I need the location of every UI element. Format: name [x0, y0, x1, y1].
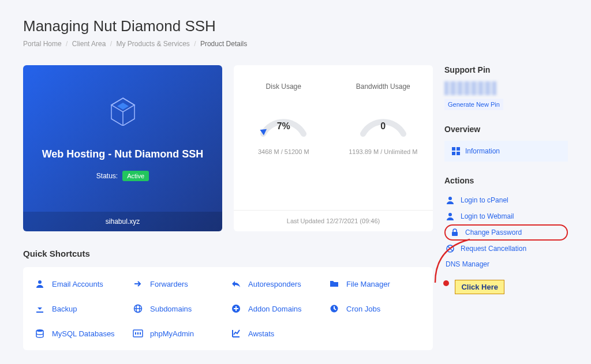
- lock-icon: [450, 228, 459, 237]
- shortcuts-card: Email AccountsForwardersAutorespondersFi…: [23, 267, 433, 350]
- action-login-to-webmail[interactable]: Login to Webmail: [444, 208, 568, 224]
- shortcut-mysql-databases[interactable]: MySQL Databases: [35, 328, 127, 339]
- shortcuts-title: Quick Shortcuts: [23, 249, 433, 258]
- gauge-value: 0: [354, 121, 412, 132]
- gauge-detail: 1193.89 M / Unlimited M: [334, 148, 433, 155]
- annotation-dot: [443, 280, 449, 286]
- action-login-to-cpanel[interactable]: Login to cPanel: [444, 192, 568, 208]
- svg-point-16: [448, 197, 452, 200]
- actions-section: Actions Login to cPanelLogin to WebmailC…: [444, 176, 568, 272]
- breadcrumb-current: Product Details: [200, 40, 247, 48]
- breadcrumb-link[interactable]: Client Area: [72, 40, 106, 48]
- svg-rect-14: [452, 152, 455, 155]
- svg-rect-13: [457, 147, 460, 151]
- gauge-detail: 3468 M / 51200 M: [234, 148, 334, 155]
- download-icon: [35, 303, 45, 314]
- last-updated: Last Updated 12/27/2021 (09:46): [234, 210, 433, 231]
- status-label: Status:: [96, 172, 118, 180]
- shortcut-phpmyadmin[interactable]: phpMyAdmin: [133, 328, 225, 339]
- plus-circle-icon: [231, 303, 241, 314]
- breadcrumb-sep: /: [66, 40, 68, 48]
- shortcut-label: Awstats: [248, 329, 274, 338]
- breadcrumb-sep: /: [194, 40, 196, 48]
- shortcut-backup[interactable]: Backup: [35, 303, 127, 314]
- person-icon: [446, 212, 455, 221]
- arrow-right-icon: [133, 279, 143, 289]
- action-label: Request Cancellation: [461, 245, 526, 253]
- shortcut-autoresponders[interactable]: Autoresponders: [231, 279, 323, 289]
- shortcut-label: Email Accounts: [52, 280, 103, 288]
- status-badge: Active: [122, 171, 149, 181]
- svg-rect-18: [452, 232, 458, 236]
- shortcut-label: Subdomains: [150, 305, 192, 313]
- person-icon: [35, 279, 45, 289]
- clock-icon: [329, 303, 339, 314]
- chart-icon: [231, 328, 241, 339]
- svg-point-4: [38, 280, 42, 284]
- folder-icon: [329, 279, 339, 289]
- support-pin-section: Support Pin Generate New Pin: [444, 65, 568, 110]
- sidebar-title: Support Pin: [444, 65, 568, 74]
- overview-label: Information: [465, 147, 500, 155]
- shortcut-label: Backup: [52, 305, 77, 313]
- svg-rect-12: [452, 147, 455, 151]
- shortcut-label: File Manager: [346, 280, 390, 288]
- breadcrumb-link[interactable]: My Products & Services: [116, 40, 189, 48]
- sidebar-title: Actions: [444, 176, 568, 185]
- globe-icon: [133, 303, 143, 314]
- cancel-icon: [446, 244, 455, 253]
- svg-point-17: [448, 213, 452, 216]
- action-label: Change Password: [465, 228, 522, 237]
- disk-usage-gauge: Disk Usage 7% 3468 M / 51200 M: [234, 82, 334, 210]
- shortcut-file-manager[interactable]: File Manager: [329, 279, 421, 289]
- product-card: Web Hosting - Nut Diamond SSH Status: Ac…: [23, 65, 222, 231]
- overview-information[interactable]: Information: [444, 141, 568, 162]
- php-icon: [133, 328, 143, 339]
- shortcut-label: Autoresponders: [248, 280, 301, 288]
- database-icon: [35, 328, 45, 339]
- action-change-password[interactable]: Change Password: [444, 224, 568, 241]
- reply-icon: [231, 279, 241, 289]
- shortcut-email-accounts[interactable]: Email Accounts: [35, 279, 127, 289]
- sidebar-title: Overview: [444, 125, 568, 134]
- breadcrumb-sep: /: [110, 40, 112, 48]
- action-label: DNS Manager: [446, 260, 489, 268]
- shortcut-cron-jobs[interactable]: Cron Jobs: [329, 303, 421, 314]
- svg-point-10: [36, 329, 43, 332]
- bandwidth-usage-gauge: Bandwidth Usage 0 1193.89 M / Unlimited …: [334, 82, 433, 210]
- action-label: Login to Webmail: [461, 212, 514, 220]
- action-dns-manager[interactable]: DNS Manager: [444, 257, 568, 272]
- shortcut-awstats[interactable]: Awstats: [231, 328, 323, 339]
- gauge-value: 7%: [255, 121, 312, 132]
- page-title: Managing Nut Diamond SSH: [23, 17, 568, 35]
- usage-card: Disk Usage 7% 3468 M / 51200 M Bandwidth…: [234, 65, 433, 231]
- shortcut-label: Addon Domains: [248, 305, 302, 313]
- product-domain: sihabul.xyz: [23, 212, 222, 231]
- pin-value-blurred: [444, 81, 496, 95]
- generate-pin-link[interactable]: Generate New Pin: [444, 99, 503, 110]
- person-icon: [446, 196, 455, 205]
- gauge-title: Bandwidth Usage: [334, 82, 433, 91]
- shortcut-addon-domains[interactable]: Addon Domains: [231, 303, 323, 314]
- shortcut-label: phpMyAdmin: [150, 329, 194, 338]
- action-request-cancellation[interactable]: Request Cancellation: [444, 241, 568, 257]
- breadcrumb: Portal Home / Client Area / My Products …: [23, 40, 568, 48]
- shortcut-subdomains[interactable]: Subdomains: [133, 303, 225, 314]
- overview-section: Overview Information: [444, 125, 568, 162]
- gauge-title: Disk Usage: [234, 82, 334, 91]
- action-label: Login to cPanel: [461, 196, 508, 204]
- annotation-label: Click Here: [455, 280, 504, 294]
- shortcut-forwarders[interactable]: Forwarders: [133, 279, 225, 289]
- svg-marker-3: [117, 103, 129, 110]
- breadcrumb-link[interactable]: Portal Home: [23, 40, 62, 48]
- product-name: Web Hosting - Nut Diamond SSH: [42, 148, 204, 160]
- shortcut-label: Forwarders: [150, 280, 188, 288]
- cube-icon: [110, 97, 136, 128]
- info-icon: [451, 147, 461, 156]
- svg-rect-15: [457, 152, 460, 155]
- svg-line-20: [448, 246, 452, 251]
- shortcut-label: MySQL Databases: [52, 329, 115, 338]
- shortcut-label: Cron Jobs: [346, 305, 380, 313]
